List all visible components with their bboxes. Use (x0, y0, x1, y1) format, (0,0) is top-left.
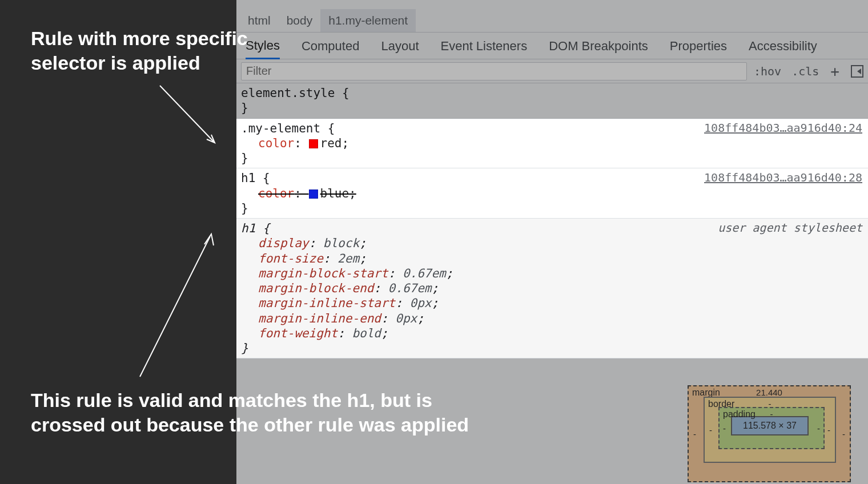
color-swatch-icon[interactable] (309, 189, 318, 199)
css-value: block (323, 236, 359, 250)
annotation-top-line2: selector is applied (31, 51, 248, 75)
rule-h1[interactable]: 108ff484b03…aa916d40:28 h1 { color: blue… (236, 168, 868, 219)
box-model-padding[interactable]: padding - - - 115.578 × 37 (718, 407, 825, 449)
css-property[interactable]: color (258, 187, 294, 200)
css-property: margin-inline-end (258, 312, 381, 325)
box-model-border-right[interactable]: - (827, 425, 830, 435)
css-property: margin-block-start (258, 267, 388, 280)
filter-bar: :hov .cls + (236, 59, 868, 83)
rule-user-agent: user agent stylesheet h1 { display: bloc… (236, 219, 868, 358)
rule-element-style[interactable]: element.style { } (236, 83, 868, 119)
close-brace: } (241, 341, 863, 356)
svg-line-0 (160, 86, 214, 142)
css-value: 0.67em (388, 281, 432, 295)
css-property: display (258, 236, 309, 250)
css-property: font-size (258, 252, 323, 265)
css-value[interactable]: blue (320, 187, 349, 200)
breadcrumb-h1[interactable]: h1.my-element (320, 9, 416, 32)
arrow-top (154, 80, 228, 154)
box-model-margin-top[interactable]: 21.440 (756, 388, 782, 397)
declarations: display: block; font-size: 2em; margin-b… (241, 236, 863, 341)
source-link[interactable]: 108ff484b03…aa916d40:24 (704, 121, 862, 135)
tab-event-listeners[interactable]: Event Listeners (441, 33, 528, 58)
tab-computed[interactable]: Computed (302, 33, 360, 58)
declarations: color: blue; (241, 186, 863, 201)
annotation-bottom-line2: crossed out because the other rule was a… (31, 413, 469, 437)
css-property: margin-block-end (258, 281, 373, 295)
box-model-padding-top[interactable]: - (770, 409, 773, 419)
css-property: font-weight (258, 326, 337, 340)
css-value: bold (352, 326, 381, 340)
filter-input[interactable] (241, 62, 747, 80)
css-property[interactable]: color (258, 136, 294, 150)
source-link[interactable]: 108ff484b03…aa916d40:28 (704, 171, 862, 185)
box-model-padding-left[interactable]: - (723, 424, 726, 433)
color-swatch-icon[interactable] (309, 139, 318, 148)
box-model-margin[interactable]: margin 21.440 - - border - - - padding -… (688, 385, 851, 482)
annotation-top-line1: Rule with more specific (31, 26, 248, 51)
selector-element-style: element.style { (241, 86, 863, 100)
breadcrumb-body[interactable]: body (279, 9, 321, 32)
css-property: margin-inline-start (258, 296, 395, 310)
sidebar-toggle-icon[interactable] (851, 65, 863, 78)
svg-line-1 (140, 236, 210, 377)
new-style-rule-button[interactable]: + (826, 64, 844, 79)
box-model-padding-right[interactable]: - (817, 424, 820, 433)
declarations: color: red; (241, 136, 863, 151)
box-model-border[interactable]: border - - - padding - - - 115.578 × 37 (704, 397, 836, 463)
tab-layout[interactable]: Layout (381, 33, 419, 58)
user-agent-label: user agent stylesheet (718, 221, 862, 235)
css-value: 0px (395, 312, 417, 325)
css-value: 0.67em (403, 267, 446, 280)
tab-dom-breakpoints[interactable]: DOM Breakpoints (549, 33, 648, 58)
rule-my-element[interactable]: 108ff484b03…aa916d40:24 .my-element { co… (236, 119, 868, 169)
css-value: 0px (410, 296, 432, 310)
box-model-diagram: margin 21.440 - - border - - - padding -… (688, 385, 851, 482)
box-model-margin-right[interactable]: - (842, 429, 845, 439)
box-model-padding-label: padding (723, 409, 756, 420)
tab-styles[interactable]: Styles (246, 33, 280, 59)
close-brace: } (241, 100, 863, 115)
breadcrumbs: html body h1.my-element (236, 0, 868, 32)
tabs: Styles Computed Layout Event Listeners D… (236, 32, 868, 59)
css-value: 2em (337, 252, 359, 265)
annotation-bottom-line1: This rule is valid and matches the h1, b… (31, 388, 469, 413)
tab-properties[interactable]: Properties (670, 33, 727, 58)
close-brace: } (241, 151, 863, 166)
box-model-margin-left[interactable]: - (693, 429, 696, 439)
css-value[interactable]: red (320, 136, 342, 150)
hov-button[interactable]: :hov (750, 63, 785, 79)
box-model-border-left[interactable]: - (709, 425, 712, 435)
box-model-content-size: 115.578 × 37 (743, 421, 797, 431)
cls-button[interactable]: .cls (788, 63, 822, 79)
annotation-bottom: This rule is valid and matches the h1, b… (31, 388, 469, 437)
tab-accessibility[interactable]: Accessibility (749, 33, 817, 58)
arrow-bottom (131, 228, 223, 388)
close-brace: } (241, 201, 863, 216)
styles-rules: element.style { } 108ff484b03…aa916d40:2… (236, 83, 868, 358)
annotation-top: Rule with more specific selector is appl… (31, 26, 248, 75)
